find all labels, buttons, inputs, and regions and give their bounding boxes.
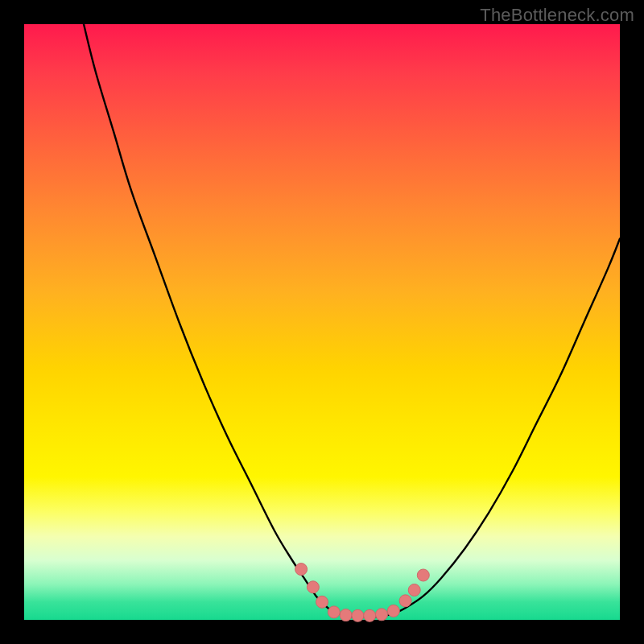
marker-group bbox=[295, 564, 430, 622]
data-marker bbox=[408, 584, 420, 597]
data-marker bbox=[417, 569, 429, 581]
data-marker bbox=[364, 609, 376, 621]
watermark-label: TheBottleneck.com bbox=[480, 5, 634, 26]
data-marker bbox=[399, 595, 411, 607]
data-marker bbox=[316, 596, 328, 608]
data-marker bbox=[307, 581, 319, 593]
curve-group bbox=[84, 24, 620, 617]
data-marker bbox=[376, 609, 388, 621]
data-marker bbox=[340, 609, 352, 621]
data-marker bbox=[387, 605, 399, 617]
data-marker bbox=[352, 609, 364, 621]
chart-svg bbox=[24, 24, 620, 620]
chart-frame: TheBottleneck.com bbox=[0, 0, 644, 644]
bottleneck-curve bbox=[84, 24, 620, 617]
data-marker bbox=[295, 564, 308, 576]
data-marker bbox=[328, 606, 340, 618]
plot-area bbox=[24, 24, 620, 620]
